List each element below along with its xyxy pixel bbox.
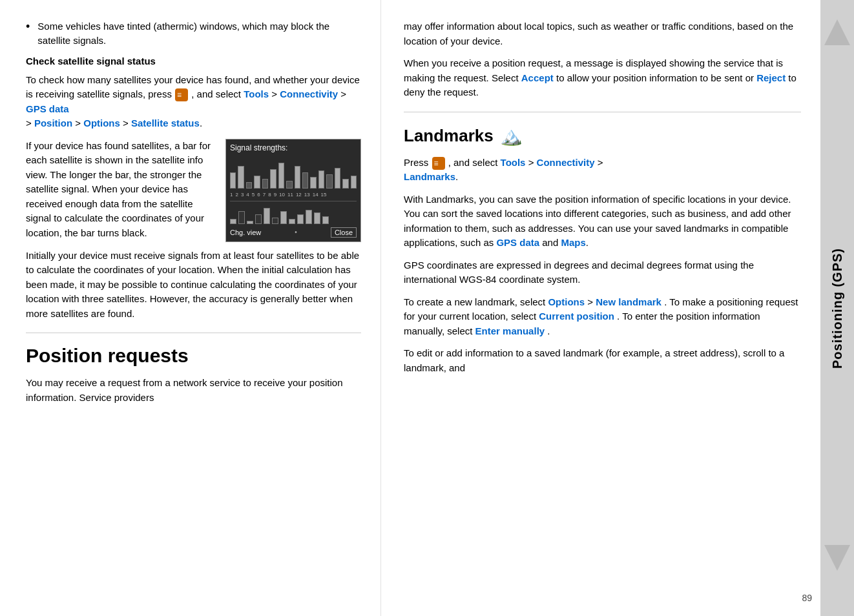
bar-1 — [230, 172, 236, 189]
dot-indicator: • — [295, 229, 297, 236]
nokia-menu-icon-1 — [175, 88, 188, 101]
reject-link[interactable]: Reject — [756, 72, 786, 83]
bar-s6 — [272, 218, 278, 224]
bar-11 — [310, 177, 316, 189]
bar-14 — [335, 168, 340, 189]
satellite-section: Signal strengths: — [26, 139, 361, 249]
tools-link-1[interactable]: Tools — [244, 88, 269, 99]
chg-view-label[interactable]: Chg. view — [230, 229, 261, 236]
bar-4 — [254, 176, 260, 189]
position-requests-body2: When you receive a position request, a m… — [404, 56, 801, 100]
close-button[interactable]: Close — [331, 227, 357, 238]
bar-5 — [262, 179, 268, 189]
accept-link[interactable]: Accept — [521, 72, 554, 83]
signal-bars — [230, 156, 357, 189]
bar-s9 — [297, 214, 304, 224]
landmarks-body5: To edit or add information to a saved la… — [404, 346, 801, 375]
position-requests-body: You may receive a request from a network… — [26, 376, 361, 405]
bar-s12 — [322, 216, 329, 224]
nokia-menu-icon-2 — [432, 157, 445, 170]
maps-link[interactable]: Maps — [561, 237, 585, 248]
connectivity-link-1[interactable]: Connectivity — [280, 88, 338, 99]
bar-s1 — [230, 219, 236, 224]
satellite-body2: Initially your device must receive signa… — [26, 249, 361, 322]
svg-marker-1 — [824, 545, 850, 571]
bullet-item-1: • Some vehicles have tinted (athermic) w… — [26, 19, 361, 48]
main-content: • Some vehicles have tinted (athermic) w… — [0, 0, 854, 616]
bullet-text: Some vehicles have tinted (athermic) win… — [37, 19, 361, 48]
position-requests-cont: may offer information about local topics… — [404, 19, 801, 48]
page-number: 89 — [802, 593, 812, 603]
signal-strength-box: Signal strengths: — [225, 139, 361, 242]
bar-13 — [326, 174, 332, 189]
bar-2 — [238, 166, 244, 189]
bar-s3 — [247, 221, 253, 224]
current-position-link[interactable]: Current position — [539, 311, 614, 322]
bar-s11 — [314, 212, 320, 224]
bar-s4 — [255, 214, 262, 224]
right-column: may offer information about local topics… — [381, 0, 820, 616]
bullet-dot: • — [26, 19, 30, 48]
check-satellite-heading: Check satellite signal status — [26, 56, 361, 67]
bar-s7 — [280, 211, 287, 224]
enter-manually-link[interactable]: Enter manually — [475, 325, 545, 336]
new-landmark-link[interactable]: New landmark — [596, 296, 661, 307]
satellite-link[interactable]: Satellite status — [131, 118, 200, 128]
side-tab-text: Positioning (GPS) — [830, 248, 845, 369]
separator-line-2 — [404, 112, 801, 112]
signal-title: Signal strengths: — [230, 143, 357, 152]
bar-12 — [318, 170, 324, 189]
bar-9 — [295, 166, 300, 189]
triangle-bottom — [824, 545, 850, 597]
separator — [230, 201, 357, 201]
triangle-top — [824, 19, 850, 71]
landmarks-landmarks-link[interactable]: Landmarks — [404, 171, 455, 182]
bar-3 — [246, 182, 252, 189]
position-link[interactable]: Position — [34, 118, 72, 128]
bar-8 — [286, 181, 292, 189]
side-tab: Positioning (GPS) — [820, 0, 854, 616]
signal-bars-2 — [230, 205, 357, 224]
bar-s5 — [264, 208, 270, 224]
bar-10 — [302, 172, 308, 189]
left-column: • Some vehicles have tinted (athermic) w… — [0, 0, 381, 616]
gps-link-1[interactable]: GPS data — [26, 103, 69, 114]
bar-16 — [351, 176, 357, 189]
landmarks-body2: With Landmarks, you can save the positio… — [404, 192, 801, 251]
bar-s10 — [306, 210, 312, 224]
bar-numbers: 123456789101112131415 — [230, 192, 357, 198]
signal-bottom: Chg. view • Close — [230, 227, 357, 238]
separator-line-1 — [26, 333, 361, 333]
options-link-1[interactable]: Options — [83, 118, 120, 128]
bar-7 — [278, 163, 284, 189]
check-satellite-body: To check how many satellites your device… — [26, 73, 361, 131]
svg-marker-0 — [824, 19, 850, 45]
gps-data-link[interactable]: GPS data — [496, 237, 539, 248]
landmarks-body4: To create a new landmark, select Options… — [404, 295, 801, 339]
landmarks-connectivity-link[interactable]: Connectivity — [537, 157, 595, 168]
bar-s2 — [238, 211, 245, 224]
bar-6 — [270, 169, 276, 189]
landmark-icon: 🏔️ — [500, 125, 523, 147]
options-link-2[interactable]: Options — [548, 296, 585, 307]
landmarks-heading: Landmarks 🏔️ — [404, 125, 801, 147]
bar-15 — [342, 179, 348, 189]
landmarks-intro: Press , and select Tools > Connectivity … — [404, 156, 801, 185]
landmarks-tools-link[interactable]: Tools — [501, 157, 526, 168]
landmarks-body3: GPS coordinates are expressed in degrees… — [404, 258, 801, 287]
position-requests-title: Position requests — [26, 345, 361, 367]
bar-s8 — [289, 219, 295, 224]
